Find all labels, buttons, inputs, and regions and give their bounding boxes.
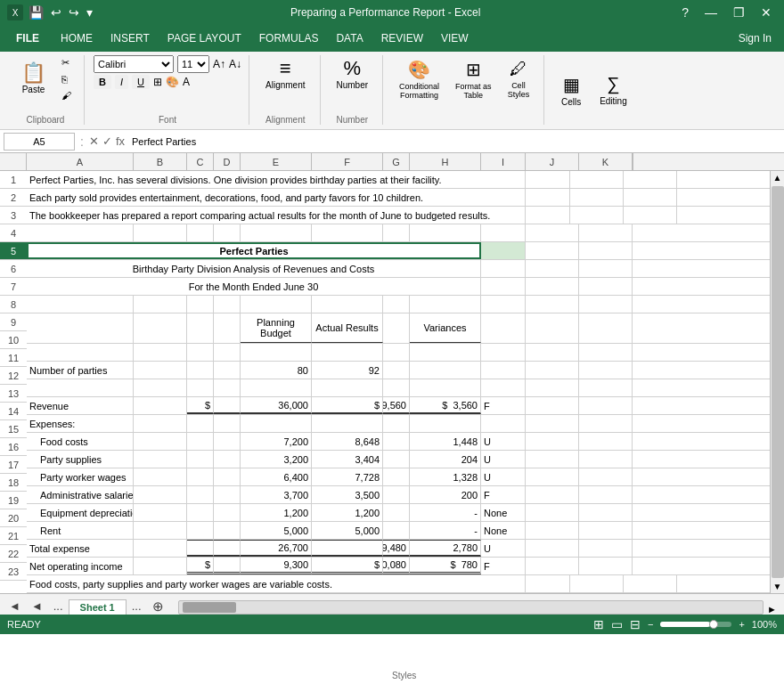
- cell-16E[interactable]: 3,200: [241, 451, 312, 468]
- cell-18E[interactable]: 3,700: [241, 486, 312, 503]
- row-header-13[interactable]: 13: [0, 385, 27, 403]
- cell-18G[interactable]: [383, 486, 410, 503]
- cell-7I[interactable]: [481, 278, 526, 295]
- cell-21G[interactable]: 29,480: [383, 540, 410, 557]
- cell-22E[interactable]: 9,300: [241, 558, 312, 574]
- insert-function-icon[interactable]: fx: [116, 134, 125, 148]
- cell-17A[interactable]: Party worker wages: [27, 468, 134, 485]
- cell-17E[interactable]: 6,400: [241, 468, 312, 485]
- cell-22D[interactable]: [214, 558, 241, 574]
- cell-17H[interactable]: 1,328: [410, 468, 481, 485]
- cell-17K[interactable]: [579, 468, 633, 485]
- cell-22G[interactable]: 10,080: [383, 558, 410, 574]
- col-header-I[interactable]: I: [481, 153, 526, 170]
- cell-5I[interactable]: [481, 242, 526, 259]
- cell-10K[interactable]: [579, 344, 633, 361]
- row-header-4[interactable]: 4: [0, 224, 27, 242]
- cell-19J[interactable]: [526, 504, 579, 521]
- fill-color-btn[interactable]: 🎨: [166, 76, 179, 88]
- cell-8F[interactable]: [312, 296, 383, 313]
- copy-btn[interactable]: ⎘: [56, 72, 77, 86]
- zoom-slider[interactable]: [660, 622, 731, 627]
- cell-14F[interactable]: [312, 415, 383, 432]
- cell-3I[interactable]: [526, 207, 570, 224]
- row-header-18[interactable]: 18: [0, 474, 27, 492]
- cell-8E[interactable]: [241, 296, 312, 313]
- cell-2J[interactable]: [570, 189, 624, 206]
- cell-19E[interactable]: 1,200: [241, 504, 312, 521]
- cell-8A[interactable]: [27, 296, 134, 313]
- editing-btn[interactable]: ∑ Editing: [592, 70, 634, 110]
- cell-8D[interactable]: [214, 296, 241, 313]
- help-btn[interactable]: ?: [676, 4, 694, 21]
- cell-18I[interactable]: F: [481, 486, 526, 503]
- cell-12K[interactable]: [579, 379, 633, 396]
- cell-2A[interactable]: Each party sold provides entertainment, …: [27, 189, 526, 206]
- cell-13E[interactable]: 36,000: [241, 397, 312, 414]
- cell-19K[interactable]: [579, 504, 633, 521]
- row-header-1[interactable]: 1: [0, 171, 27, 189]
- cell-7K[interactable]: [579, 278, 633, 295]
- cell-19G[interactable]: [383, 504, 410, 521]
- review-menu[interactable]: REVIEW: [372, 28, 432, 48]
- grid-view-icon[interactable]: ⊞: [593, 617, 604, 631]
- tab-nav-more2[interactable]: ...: [127, 598, 147, 615]
- cell-13A[interactable]: Revenue: [27, 397, 134, 414]
- col-header-D[interactable]: D: [214, 153, 241, 170]
- cell-14K[interactable]: [579, 415, 633, 432]
- cell-22F[interactable]: $: [312, 558, 383, 574]
- cell-21A[interactable]: Total expense: [27, 540, 134, 557]
- cell-9A[interactable]: [27, 314, 134, 343]
- cancel-formula-icon[interactable]: ✕: [89, 134, 99, 148]
- cell-14D[interactable]: [214, 415, 241, 432]
- cell-22I[interactable]: F: [481, 558, 526, 574]
- cell-17I[interactable]: U: [481, 468, 526, 485]
- cell-11I[interactable]: [481, 362, 526, 379]
- cell-13K[interactable]: [579, 397, 633, 414]
- cell-11B[interactable]: [134, 362, 187, 379]
- cell-10F[interactable]: [312, 344, 383, 361]
- cell-21J[interactable]: [526, 540, 579, 557]
- cell-13D[interactable]: [214, 397, 241, 414]
- cell-9F[interactable]: Actual Results: [312, 314, 383, 343]
- cell-13H[interactable]: $ 3,560: [410, 397, 481, 414]
- cell-12E[interactable]: [241, 379, 312, 396]
- cell-11H[interactable]: [410, 362, 481, 379]
- horizontal-scrollbar[interactable]: [178, 600, 764, 615]
- cell-9B[interactable]: [134, 314, 187, 343]
- row-header-20[interactable]: 20: [0, 509, 27, 527]
- scroll-thumb[interactable]: [772, 186, 784, 578]
- cell-4F[interactable]: [312, 224, 383, 241]
- cell-20E[interactable]: 5,000: [241, 522, 312, 539]
- cell-16H[interactable]: 204: [410, 451, 481, 468]
- cell-23J[interactable]: [570, 575, 624, 592]
- cell-11C[interactable]: [187, 362, 214, 379]
- row-header-3[interactable]: 3: [0, 207, 27, 224]
- cell-15H[interactable]: 1,448: [410, 433, 481, 450]
- cell-18C[interactable]: [187, 486, 214, 503]
- cell-22B[interactable]: [134, 558, 187, 574]
- paste-btn[interactable]: 📋 Paste: [14, 60, 53, 98]
- row-header-11[interactable]: 11: [0, 349, 27, 367]
- cell-8I[interactable]: [481, 296, 526, 313]
- col-header-B[interactable]: B: [134, 153, 187, 170]
- cell-7A[interactable]: For the Month Ended June 30: [27, 278, 481, 295]
- cell-3K[interactable]: [624, 207, 677, 224]
- cell-16B[interactable]: [134, 451, 187, 468]
- cell-15A[interactable]: Food costs: [27, 433, 134, 450]
- cell-10J[interactable]: [526, 344, 579, 361]
- cell-10H[interactable]: [410, 344, 481, 361]
- cell-12C[interactable]: [187, 379, 214, 396]
- cell-9D[interactable]: [214, 314, 241, 343]
- cell-11A[interactable]: Number of parties: [27, 362, 134, 379]
- row-header-2[interactable]: 2: [0, 189, 27, 207]
- sheet-tab-1[interactable]: Sheet 1: [69, 599, 127, 615]
- cell-4C[interactable]: [187, 224, 214, 241]
- cell-9C[interactable]: [187, 314, 214, 343]
- cell-22C[interactable]: $: [187, 558, 214, 574]
- font-size-select[interactable]: 11: [177, 55, 209, 73]
- cell-22K[interactable]: [579, 558, 633, 574]
- cell-6A[interactable]: Birthday Party Division Analysis of Reve…: [27, 260, 481, 277]
- save-btn[interactable]: 💾: [27, 4, 45, 21]
- cell-12I[interactable]: [481, 379, 526, 396]
